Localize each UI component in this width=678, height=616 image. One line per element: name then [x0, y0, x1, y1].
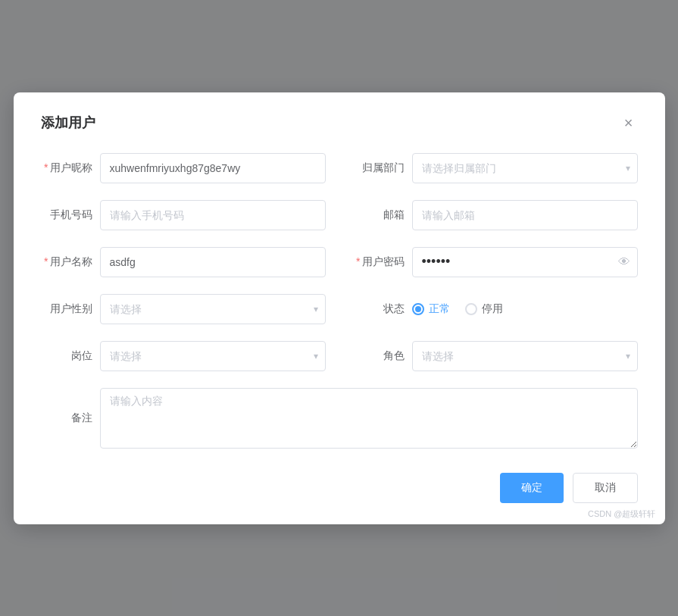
form-item-remark: 备注: [41, 388, 638, 449]
form-item-gender: 用户性别 请选择 ▾: [41, 294, 326, 324]
role-select[interactable]: 请选择: [412, 341, 638, 371]
dialog-overlay: 添加用户 × *用户昵称 归属部门 请选择归属部门 ▾: [0, 0, 678, 616]
remark-textarea[interactable]: [100, 388, 638, 449]
required-star-3: *: [356, 255, 360, 267]
dialog-header: 添加用户 ×: [41, 114, 638, 132]
form-item-status: 状态 正常 停用: [353, 302, 638, 316]
phone-label: 手机号码: [41, 208, 92, 222]
watermark: CSDN @超级轩轩: [588, 508, 655, 520]
dialog-footer: 确定 取消: [41, 473, 638, 503]
gender-label: 用户性别: [41, 302, 92, 316]
form-row-4: 用户性别 请选择 ▾ 状态 正常: [41, 294, 638, 324]
department-label: 归属部门: [353, 161, 405, 175]
password-field-wrap: 👁: [412, 247, 638, 277]
email-label: 邮箱: [353, 208, 405, 222]
gender-select-wrap: 请选择 ▾: [100, 294, 326, 324]
close-button[interactable]: ×: [620, 114, 638, 132]
role-label: 角色: [353, 349, 405, 363]
eye-icon[interactable]: 👁: [618, 255, 630, 269]
email-input[interactable]: [412, 200, 638, 230]
role-select-wrap: 请选择 ▾: [412, 341, 638, 371]
form-item-nickname: *用户昵称: [41, 153, 326, 183]
confirm-button[interactable]: 确定: [500, 473, 564, 503]
radio-circle-normal: [412, 303, 424, 315]
dialog: 添加用户 × *用户昵称 归属部门 请选择归属部门 ▾: [14, 92, 665, 524]
password-input[interactable]: [412, 247, 638, 277]
form-item-role: 角色 请选择 ▾: [353, 341, 638, 371]
radio-circle-disabled: [465, 303, 477, 315]
status-disabled-label: 停用: [482, 302, 503, 316]
username-input[interactable]: [100, 247, 326, 277]
required-star: *: [44, 161, 48, 174]
nickname-label: *用户昵称: [41, 161, 92, 175]
form-row-5: 岗位 请选择 ▾ 角色 请选择 ▾: [41, 341, 638, 371]
form-item-password: *用户密码 👁: [353, 247, 638, 277]
department-select-wrap: 请选择归属部门 ▾: [412, 153, 638, 183]
gender-select[interactable]: 请选择: [100, 294, 326, 324]
phone-input[interactable]: [100, 200, 326, 230]
status-disabled-radio[interactable]: 停用: [465, 302, 503, 316]
form-row-3: *用户名称 *用户密码 👁: [41, 247, 638, 277]
cancel-button[interactable]: 取消: [573, 473, 638, 503]
form-row-1: *用户昵称 归属部门 请选择归属部门 ▾: [41, 153, 638, 183]
form-item-username: *用户名称: [41, 247, 326, 277]
username-label: *用户名称: [41, 255, 92, 269]
form-item-department: 归属部门 请选择归属部门 ▾: [353, 153, 638, 183]
position-select[interactable]: 请选择: [100, 341, 326, 371]
position-label: 岗位: [41, 349, 92, 363]
password-label: *用户密码: [353, 255, 405, 269]
dialog-title: 添加用户: [41, 114, 95, 132]
form-row-remark: 备注: [41, 388, 638, 449]
status-normal-radio[interactable]: 正常: [412, 302, 450, 316]
form-item-phone: 手机号码: [41, 200, 326, 230]
radio-dot-normal: [415, 306, 421, 312]
remark-label: 备注: [41, 411, 92, 425]
status-normal-label: 正常: [429, 302, 450, 316]
form-row-2: 手机号码 邮箱: [41, 200, 638, 230]
status-group: 正常 停用: [412, 302, 503, 316]
department-select[interactable]: 请选择归属部门: [412, 153, 638, 183]
required-star-2: *: [44, 255, 48, 267]
form-item-position: 岗位 请选择 ▾: [41, 341, 326, 371]
nickname-input[interactable]: [100, 153, 326, 183]
position-select-wrap: 请选择 ▾: [100, 341, 326, 371]
status-label: 状态: [353, 302, 405, 316]
form-item-email: 邮箱: [353, 200, 638, 230]
